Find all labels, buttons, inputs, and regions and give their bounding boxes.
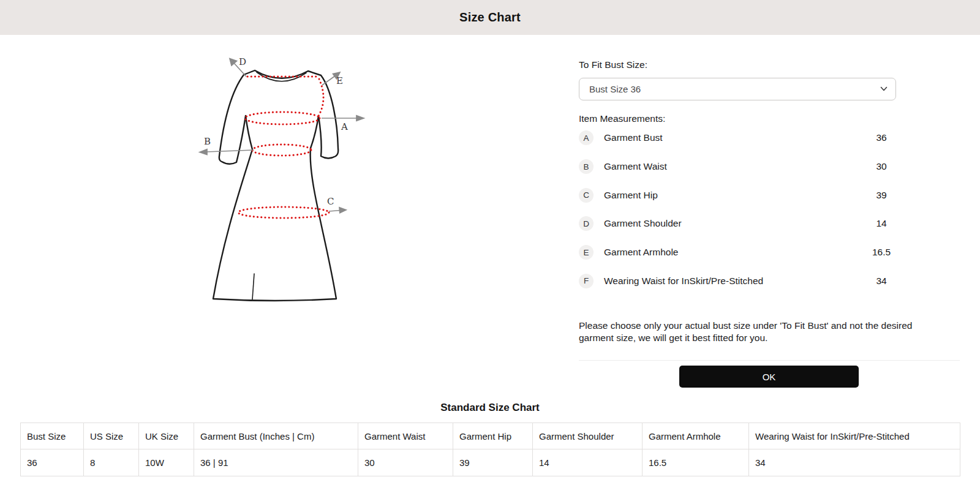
measurement-letter-badge: B [579, 159, 594, 174]
standard-size-chart-title: Standard Size Chart [0, 402, 980, 414]
size-chart-column-header: US Size [84, 423, 139, 449]
standard-size-chart-table: Bust SizeUS SizeUK SizeGarment Bust (Inc… [20, 423, 960, 476]
size-chart-column-header: Garment Bust (Inches | Cm) [194, 423, 358, 449]
size-chart-modal: Size Chart A B C D E [0, 0, 980, 496]
measurement-row: EGarment Armhole16.5 [579, 238, 896, 267]
measurement-value: 34 [867, 276, 896, 287]
measurement-value: 16.5 [867, 247, 896, 258]
measurements-list: AGarment Bust36BGarment Waist30CGarment … [579, 124, 896, 295]
diagram-label-c: C [327, 196, 334, 207]
size-chart-column-header: UK Size [139, 423, 194, 449]
size-chart-column-header: Garment Shoulder [533, 423, 643, 449]
measurement-value: 36 [867, 132, 896, 143]
arrow-a [356, 116, 364, 121]
garment-measurement-diagram: A B C D E [196, 52, 374, 303]
fit-note-text: Please choose only your actual bust size… [579, 320, 934, 344]
size-chart-column-header: Garment Armhole [643, 423, 749, 449]
table-row: 36810W36 | 9130391416.534 [21, 449, 960, 476]
arrow-b [200, 149, 207, 155]
diagram-label-a: A [341, 121, 348, 132]
hip-dotted-ellipse [238, 207, 329, 218]
size-chart-cell: 14 [533, 449, 643, 476]
measurement-row: AGarment Bust36 [579, 124, 896, 152]
measurement-label: Garment Armhole [604, 247, 678, 258]
bust-size-select-wrap: Bust Size 36 [579, 78, 896, 100]
measurement-row: FWearing Waist for InSkirt/Pre-Stitched3… [579, 266, 896, 295]
size-chart-column-header: Garment Waist [358, 423, 453, 449]
measurement-value: 14 [867, 218, 896, 229]
bust-size-select[interactable]: Bust Size 36 [579, 78, 896, 100]
measurement-letter-badge: F [579, 274, 594, 288]
measurement-row: CGarment Hip39 [579, 181, 896, 209]
size-chart-column-header: Bust Size [21, 423, 84, 449]
size-chart-cell: 34 [749, 449, 960, 476]
measurement-letter-badge: A [579, 130, 594, 145]
size-chart-cell: 36 [21, 449, 84, 476]
size-chart-cell: 10W [139, 449, 194, 476]
measurement-value: 39 [867, 190, 896, 201]
measurement-label: Garment Waist [604, 161, 667, 172]
dress-outline [213, 70, 338, 301]
size-chart-cell: 30 [358, 449, 453, 476]
size-chart-column-header: Wearing Waist for InSkirt/Pre-Stitched [749, 423, 960, 449]
size-chart-cell: 8 [84, 449, 139, 476]
bust-dotted-ellipse [245, 112, 320, 124]
ok-button[interactable]: OK [679, 366, 859, 388]
skirt-slit-line [252, 274, 254, 299]
size-selection-panel: To Fit Bust Size: Bust Size 36 Item Meas… [579, 0, 960, 401]
size-chart-cell: 16.5 [643, 449, 749, 476]
diagram-label-e: E [336, 75, 343, 86]
size-chart-column-header: Garment Hip [453, 423, 533, 449]
measurement-label: Wearing Waist for InSkirt/Pre-Stitched [604, 276, 763, 287]
panel-divider [579, 360, 960, 361]
measurement-row: BGarment Waist30 [579, 152, 896, 181]
measurement-letter-badge: E [579, 245, 594, 260]
measurement-label: Garment Hip [604, 190, 658, 201]
measurement-label: Garment Shoulder [604, 218, 682, 229]
item-measurements-label: Item Measurements: [579, 113, 665, 124]
table-header-row: Bust SizeUS SizeUK SizeGarment Bust (Inc… [21, 423, 960, 449]
size-chart-cell: 39 [453, 449, 533, 476]
waist-dotted-ellipse [252, 145, 311, 156]
size-chart-cell: 36 | 91 [194, 449, 358, 476]
diagram-label-d: D [239, 56, 246, 67]
arrow-c [339, 208, 346, 213]
measurement-letter-badge: D [579, 216, 594, 231]
to-fit-bust-label: To Fit Bust Size: [579, 59, 647, 70]
measurement-label: Garment Bust [604, 132, 663, 143]
diagram-label-b: B [204, 136, 211, 147]
page-title: Size Chart [459, 10, 521, 24]
measurement-value: 30 [867, 161, 896, 172]
measurement-letter-badge: C [579, 188, 594, 203]
measurement-row: DGarment Shoulder14 [579, 209, 896, 238]
